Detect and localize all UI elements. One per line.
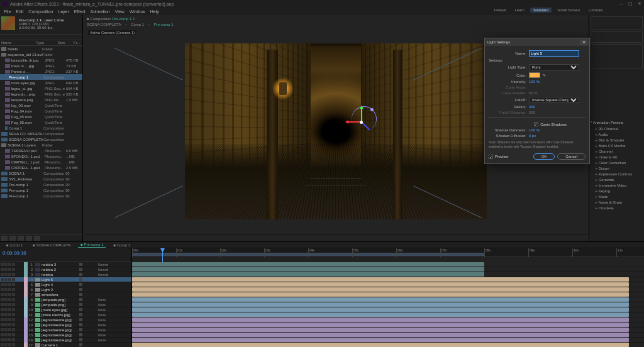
- menu-animation[interactable]: Animation: [91, 9, 110, 14]
- timeline-layer[interactable]: 5 Light 4: [0, 282, 131, 287]
- light-name-input[interactable]: [529, 50, 579, 57]
- window-maximize[interactable]: ▢: [628, 1, 633, 6]
- project-item[interactable]: Pre-comp 1Composition: [0, 74, 82, 80]
- timeline-layer[interactable]: 8 [lampada.png] None: [0, 297, 131, 302]
- project-item[interactable]: Pre-comp 1Composition30: [0, 187, 82, 193]
- project-item[interactable]: CARRELL..1.psdPhotosho..2,9 MB: [0, 165, 82, 170]
- layer-bar[interactable]: [132, 262, 644, 267]
- project-item[interactable]: Fog_04.movQuickTime: [0, 108, 82, 114]
- preset-category[interactable]: Boris FX Mocha: [591, 143, 643, 148]
- timeline-layer[interactable]: 16 [legnodueone.jpg] None: [0, 338, 131, 343]
- project-item[interactable]: SV1_FullViewComposition30: [0, 176, 82, 182]
- project-item[interactable]: Fog_05.movQuickTime: [0, 114, 82, 119]
- project-item[interactable]: sequenza_del 13.aviFolder: [0, 52, 82, 57]
- project-item[interactable]: lampada.pngPNG file1,5 MB: [0, 97, 82, 102]
- shadow-diffusion-value[interactable]: 0 px: [529, 134, 536, 138]
- timeline-layer[interactable]: 13 [legnodueone.jpg] None: [0, 322, 131, 328]
- layer-bar[interactable]: [132, 322, 644, 328]
- project-item[interactable]: trave m.....jpgJPEG79 KB: [0, 63, 82, 69]
- viewport-footer-controls[interactable]: [83, 234, 589, 241]
- preset-category[interactable]: Audio: [591, 131, 643, 137]
- timeline-layer[interactable]: 4 Light 5: [0, 277, 131, 282]
- menu-window[interactable]: Window: [130, 9, 145, 14]
- timeline-layer[interactable]: 12 [legnodueone.jpg] None: [0, 317, 131, 322]
- timeline-layer[interactable]: 9 [lampada.png] None: [0, 302, 131, 307]
- menu-view[interactable]: View: [115, 9, 125, 14]
- comp-tabs[interactable]: ■ Composition Pre-comp 1 ≡: [83, 15, 589, 23]
- preset-category[interactable]: Expression Controls: [591, 171, 643, 177]
- project-item[interactable]: more eyes.jpgJPEG649 KB: [0, 80, 82, 85]
- layer-bar[interactable]: [132, 277, 644, 282]
- preset-category[interactable]: Keying: [591, 188, 643, 194]
- dialog-close-button[interactable]: ✕: [580, 40, 587, 45]
- timeline-layer-list[interactable]: 0:00:00:18 1 nebbia 3 Normal 2 nebbia 2 …: [0, 248, 132, 347]
- transform-gizmo[interactable]: [345, 106, 377, 138]
- layer-bar[interactable]: [132, 317, 644, 322]
- casts-shadows-checkbox[interactable]: Casts Shadows: [534, 122, 567, 126]
- preset-category[interactable]: Obsolete: [591, 205, 643, 211]
- layer-bar[interactable]: [132, 272, 644, 277]
- dialog-titlebar[interactable]: Light Settings ✕: [485, 38, 589, 46]
- project-item[interactable]: SCENA 1Composition30: [0, 170, 82, 176]
- project-item[interactable]: Comp 1Composition: [0, 125, 82, 131]
- project-item[interactable]: bassorilie..th.jpgJPEG475 KB: [0, 57, 82, 63]
- layer-bar[interactable]: [132, 302, 644, 307]
- window-minimize[interactable]: —: [619, 1, 623, 6]
- preset-category[interactable]: Blur & Sharpen: [591, 137, 643, 143]
- light-color-swatch[interactable]: [529, 72, 540, 78]
- workspace-small-screen[interactable]: Small Screen: [554, 8, 583, 13]
- radius-value[interactable]: 400: [529, 105, 535, 109]
- project-item[interactable]: SolidsFolder: [0, 46, 82, 52]
- workspace-default[interactable]: Default: [491, 8, 509, 13]
- menu-help[interactable]: Help: [150, 9, 159, 14]
- project-search[interactable]: [0, 34, 82, 40]
- project-item[interactable]: SCENA COMPLETAComposition: [0, 136, 82, 142]
- project-item[interactable]: fog_03.movQuickTime: [0, 102, 82, 108]
- timeline-layer[interactable]: 17 Camera 1: [0, 343, 131, 347]
- layer-bar[interactable]: [132, 333, 644, 338]
- project-item[interactable]: SFONDO/..1.psdPhotosho.....MB: [0, 153, 82, 159]
- preset-category[interactable]: Distort: [591, 165, 643, 171]
- workspace-learn[interactable]: Learn: [512, 8, 528, 13]
- project-item[interactable]: SCENA 1 LayersFolder: [0, 142, 82, 148]
- timeline-tab[interactable]: ■ Comp 1: [111, 243, 132, 248]
- project-footer-buttons[interactable]: [0, 234, 82, 241]
- preset-category[interactable]: Immersive Video: [591, 182, 643, 188]
- current-timecode[interactable]: 0:00:00:18: [3, 250, 26, 256]
- timeline-layer[interactable]: 6 Light 2: [0, 287, 131, 292]
- timeline-layer[interactable]: 7 atmosfera: [0, 292, 131, 297]
- menu-effect[interactable]: Effect: [74, 9, 86, 14]
- layer-bar[interactable]: [132, 328, 644, 333]
- project-item[interactable]: Fog_05.movQuickTime: [0, 119, 82, 125]
- layer-bar[interactable]: [132, 267, 644, 272]
- time-ruler[interactable]: 00s01s02s03s04s05s06s07s08s09s10s11s: [132, 248, 644, 257]
- layer-bar[interactable]: [132, 297, 644, 302]
- workspace-libraries[interactable]: Libraries: [586, 8, 606, 13]
- timeline-layer[interactable]: 2 nebbia 2 Normal: [0, 267, 131, 272]
- layer-bar[interactable]: [132, 312, 644, 317]
- comp-breadcrumb[interactable]: SCENA COMPLETA< Comp 1< Pre-comp 1: [83, 23, 589, 29]
- falloff-select[interactable]: Inverse Square Clamped: [529, 97, 579, 103]
- timeline-layer[interactable]: 14 [legnodueone.jpg] None: [0, 328, 131, 333]
- layer-bar[interactable]: [132, 292, 644, 297]
- project-item[interactable]: SENA CO..MPLETAComposition: [0, 131, 82, 136]
- timeline-tab[interactable]: ■ Comp 1: [4, 243, 25, 248]
- project-item[interactable]: TERRENO.psdPhotosho..0.0 MB: [0, 148, 82, 153]
- menu-composition[interactable]: Composition: [28, 9, 53, 14]
- preview-checkbox[interactable]: Preview: [489, 153, 508, 160]
- timeline-layer[interactable]: 10 [more eyes.jpg] None: [0, 307, 131, 312]
- window-close[interactable]: ✕: [638, 1, 641, 6]
- timeline-layer[interactable]: 11 [trave mezzo.jpg] None: [0, 312, 131, 317]
- light-type-select[interactable]: Point: [529, 64, 579, 70]
- menu-edit[interactable]: Edit: [16, 9, 23, 14]
- timeline-layer[interactable]: 1 nebbia 3 Normal: [0, 262, 131, 267]
- timeline-tab[interactable]: ■ Pre-comp 1: [78, 242, 106, 248]
- timeline-tab[interactable]: ■ SCENA COMPLETA: [30, 243, 73, 248]
- project-item-list[interactable]: SolidsFoldersequenza_del 13.aviFolderbas…: [0, 46, 82, 234]
- preset-category[interactable]: Channel: [591, 148, 643, 154]
- workspace-standard[interactable]: Standard: [530, 8, 552, 13]
- timeline-layer[interactable]: 15 [legnodueone.jpg] None: [0, 333, 131, 338]
- preset-category[interactable]: Noise & Grain: [591, 199, 643, 205]
- layer-bar[interactable]: [132, 287, 644, 292]
- cancel-button[interactable]: Cancel: [557, 153, 586, 160]
